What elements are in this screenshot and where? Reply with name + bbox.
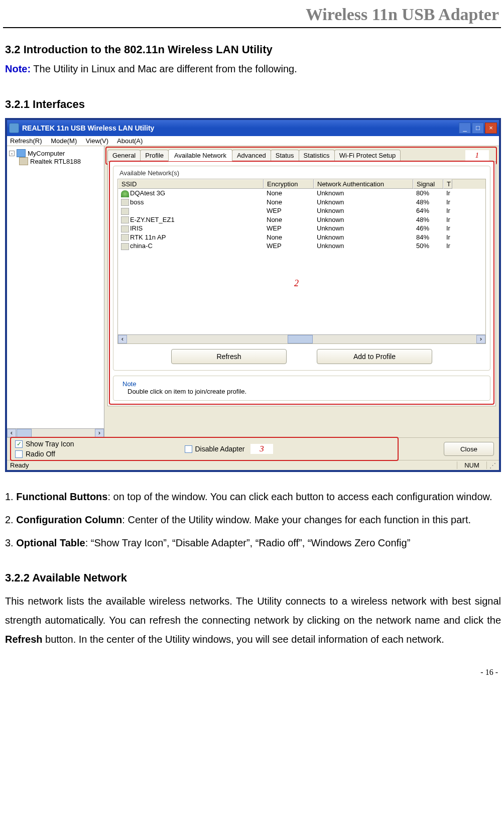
note-line: Note: The Utility in Linux and Mac are d… — [5, 63, 501, 75]
table-header: SSID Encryption Network Authentication S… — [118, 179, 485, 189]
tree-scrollbar[interactable]: ‹ › — [7, 428, 104, 437]
add-to-profile-button[interactable]: Add to Profile — [317, 349, 432, 364]
disable-adapter-checkbox[interactable]: Disable Adapter — [185, 445, 245, 453]
list-item-2: 2. Configuration Column: Center of the U… — [5, 510, 501, 529]
menu-mode[interactable]: Mode(M) — [51, 137, 77, 145]
computer-icon — [17, 149, 26, 157]
page-header: Wireless 11n USB Adapter — [0, 0, 504, 26]
close-window-button[interactable]: × — [485, 123, 497, 134]
table-scrollbar[interactable]: ‹ › — [118, 334, 485, 343]
subsection-heading: 3.2.1 Interfaces — [5, 98, 501, 111]
checkbox-icon — [15, 450, 23, 458]
tree-child[interactable]: Realtek RTL8188 — [9, 157, 102, 165]
table-row[interactable]: WEPUnknown64%Ir — [118, 206, 485, 215]
header-rule — [3, 27, 501, 28]
table-row[interactable]: RTK 11n APNoneUnknown84%Ir — [118, 233, 485, 242]
tab-statistics[interactable]: Statistics — [299, 150, 335, 161]
menu-refresh[interactable]: Refresh(R) — [10, 137, 42, 145]
wifi-icon — [121, 199, 129, 206]
wifi-icon — [121, 243, 129, 250]
collapse-icon[interactable]: - — [9, 151, 15, 156]
available-networks-fieldset: Available Network(s) SSID Encryption Net… — [113, 166, 490, 371]
wifi-icon — [121, 190, 129, 197]
scroll-right-icon[interactable]: › — [95, 429, 104, 437]
radio-off-label: Radio Off — [26, 450, 55, 458]
show-tray-checkbox[interactable]: ✓ Show Tray Icon — [15, 440, 74, 448]
list-item-1: 1. Functional Buttons: on top of the win… — [5, 487, 501, 506]
adapter-icon — [19, 157, 28, 165]
radio-off-checkbox[interactable]: Radio Off — [15, 450, 74, 458]
table-row[interactable]: E-ZY.NET_EZ1NoneUnknown48%Ir — [118, 215, 485, 224]
subsection2-body: This network lists the available wireles… — [5, 592, 501, 649]
col-encryption[interactable]: Encryption — [264, 179, 314, 189]
disable-adapter-label: Disable Adapter — [195, 445, 245, 453]
main-panel: General Profile Available Network Advanc… — [104, 146, 499, 437]
subsection2-heading: 3.2.2 Available Network — [5, 571, 501, 584]
table-row[interactable]: bossNoneUnknown48%Ir — [118, 198, 485, 207]
table-row[interactable]: IRISWEPUnknown46%Ir — [118, 224, 485, 233]
annotation-2: 2 — [294, 278, 299, 289]
menubar: Refresh(R) Mode(M) View(V) About(A) — [7, 136, 499, 146]
tree-root[interactable]: - MyComputer — [9, 149, 102, 157]
tab-status[interactable]: Status — [271, 150, 299, 161]
wifi-icon — [121, 216, 129, 223]
annotation-1: 1 — [465, 150, 489, 161]
note-text: The Utility in Linux and Mac are differe… — [31, 63, 297, 74]
app-window: REALTEK 11n USB Wireless LAN Utility _ □… — [5, 118, 501, 472]
table-row[interactable]: DQAtest 3GNoneUnknown80%Ir — [118, 189, 485, 198]
scroll-left-icon[interactable]: ‹ — [7, 429, 16, 437]
network-table: SSID Encryption Network Authentication S… — [117, 179, 486, 344]
table-row[interactable]: china-CWEPUnknown50%Ir — [118, 242, 485, 251]
maximize-button[interactable]: □ — [472, 123, 484, 134]
table-body: DQAtest 3GNoneUnknown80%IrbossNoneUnknow… — [118, 189, 485, 334]
tab-wps[interactable]: Wi-Fi Protect Setup — [334, 150, 401, 161]
minimize-button[interactable]: _ — [459, 123, 471, 134]
wifi-icon — [121, 234, 129, 241]
panel-body: Available Network(s) SSID Encryption Net… — [107, 161, 496, 406]
window-title: REALTEK 11n USB Wireless LAN Utility — [22, 124, 459, 132]
annotation-3: 3 — [250, 444, 273, 454]
fieldset-title: Available Network(s) — [117, 169, 181, 177]
col-auth[interactable]: Network Authentication — [314, 179, 413, 189]
tab-row: General Profile Available Network Advanc… — [104, 146, 499, 161]
checkbox-icon: ✓ — [15, 440, 23, 448]
checkbox-icon — [185, 445, 192, 453]
col-signal[interactable]: Signal — [413, 179, 443, 189]
col-ssid[interactable]: SSID — [118, 179, 264, 189]
refresh-button[interactable]: Refresh — [171, 349, 287, 364]
titlebar[interactable]: REALTEK 11n USB Wireless LAN Utility _ □… — [7, 120, 499, 136]
menu-view[interactable]: View(V) — [86, 137, 108, 145]
resize-grip-icon[interactable]: ⋰ — [487, 461, 496, 469]
show-tray-label: Show Tray Icon — [26, 440, 74, 448]
wifi-icon — [121, 225, 129, 232]
scroll-thumb[interactable] — [288, 335, 313, 343]
scroll-thumb[interactable] — [17, 429, 32, 437]
tree-child-label: Realtek RTL8188 — [30, 158, 81, 165]
note-title: Note — [120, 380, 138, 388]
statusbar: Ready NUM ⋰ — [7, 460, 499, 470]
menu-about[interactable]: About(A) — [117, 137, 143, 145]
section-heading: 3.2 Introduction to the 802.11n Wireless… — [5, 43, 501, 56]
close-button[interactable]: Close — [444, 442, 494, 456]
header-title: Wireless 11n USB Adapter — [306, 5, 499, 24]
tree-root-label: MyComputer — [28, 150, 65, 157]
scroll-right-icon[interactable]: › — [476, 335, 485, 343]
tab-available-network[interactable]: Available Network — [168, 149, 232, 161]
note-body: Double click on item to join/create prof… — [120, 388, 485, 395]
bottom-row: ✓ Show Tray Icon Radio Off Disable Adapt… — [7, 437, 499, 460]
tab-advanced[interactable]: Advanced — [232, 150, 271, 161]
note-fieldset: Note Double click on item to join/create… — [113, 376, 490, 401]
note-label: Note: — [5, 63, 31, 74]
page-footer: - 16 - — [0, 653, 504, 682]
tree-panel: - MyComputer Realtek RTL8188 ‹ — [7, 146, 104, 437]
wifi-icon — [121, 208, 129, 215]
scroll-left-icon[interactable]: ‹ — [118, 335, 127, 343]
status-num: NUM — [457, 461, 487, 469]
status-ready: Ready — [10, 461, 457, 469]
tab-profile[interactable]: Profile — [140, 150, 169, 161]
tab-general[interactable]: General — [107, 150, 141, 161]
col-type[interactable]: T — [443, 179, 452, 189]
list-item-3: 3. Optional Table: “Show Tray Icon”, “Di… — [5, 533, 501, 552]
app-icon — [9, 123, 19, 133]
